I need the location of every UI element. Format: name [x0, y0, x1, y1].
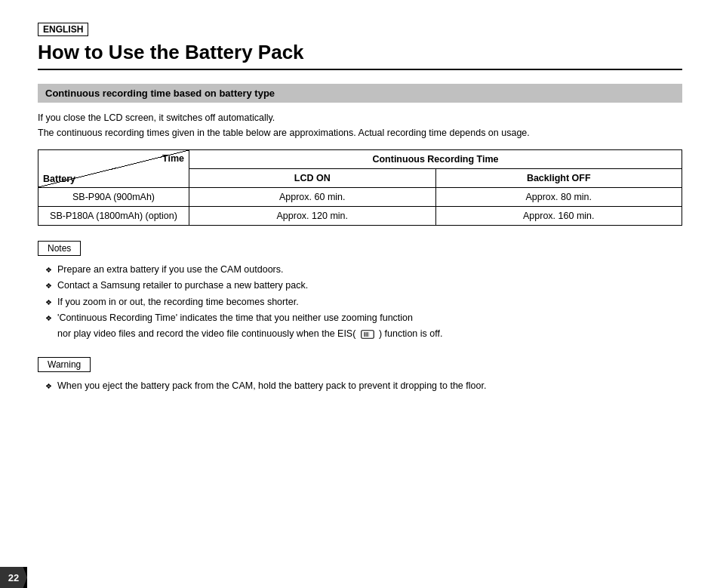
intro-line-1: If you close the LCD screen, it switches…	[38, 110, 682, 125]
backlight-off-2: Approx. 160 min.	[435, 207, 682, 226]
table-sub-header-backlight: Backlight OFF	[435, 169, 682, 188]
section-header: Continuous recording time based on batte…	[38, 84, 682, 103]
page-title: How to Use the Battery Pack	[38, 41, 682, 70]
intro-line-2: The continuous recording times given in …	[38, 125, 682, 140]
table-row: SB-P90A (900mAh) Approx. 60 min. Approx.…	[38, 188, 682, 207]
intro-text: If you close the LCD screen, it switches…	[38, 110, 682, 140]
battery-table: Time Battery Continuous Recording Time L…	[38, 149, 682, 226]
battery-model-2: SB-P180A (1800mAh) (option)	[38, 207, 189, 226]
notes-item-4: 'Continuous Recording Time' indicates th…	[45, 310, 682, 343]
lcd-on-1: Approx. 60 min.	[189, 188, 436, 207]
table-time-label: Time	[162, 153, 184, 164]
warning-item-1: When you eject the battery pack from the…	[45, 378, 682, 394]
notes-list: Prepare an extra battery if you use the …	[38, 262, 682, 342]
warning-list: When you eject the battery pack from the…	[38, 378, 682, 394]
backlight-off-1: Approx. 80 min.	[435, 188, 682, 207]
notes-item-1: Prepare an extra battery if you use the …	[45, 262, 682, 278]
language-badge: ENGLISH	[38, 23, 88, 36]
page-number-badge: 22	[0, 567, 27, 588]
notes-item-3: If you zoom in or out, the recording tim…	[45, 294, 682, 310]
warning-label: Warning	[38, 357, 91, 372]
page-number: 22	[8, 572, 19, 583]
table-sub-header-lcd: LCD ON	[189, 169, 436, 188]
battery-model-1: SB-P90A (900mAh)	[38, 188, 189, 207]
table-battery-label: Battery	[43, 174, 75, 184]
notes-item-2: Contact a Samsung retailer to purchase a…	[45, 278, 682, 294]
table-col-header: Continuous Recording Time	[189, 150, 682, 169]
notes-label: Notes	[38, 241, 81, 256]
lcd-on-2: Approx. 120 min.	[189, 207, 436, 226]
page-content: ENGLISH How to Use the Battery Pack Cont…	[0, 0, 720, 425]
table-row: SB-P180A (1800mAh) (option) Approx. 120 …	[38, 207, 682, 226]
